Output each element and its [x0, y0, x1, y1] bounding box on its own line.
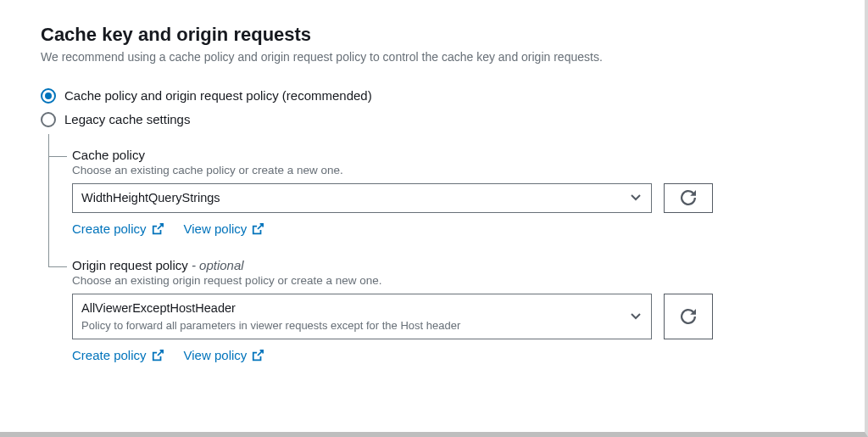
- origin-policy-select-description: Policy to forward all parameters in view…: [81, 318, 620, 333]
- cache-policy-select[interactable]: WidthHeightQueryStrings: [72, 183, 652, 214]
- origin-policy-group: Origin request policy - optional Choose …: [72, 258, 836, 362]
- radio-icon-unchecked: [41, 112, 56, 127]
- cache-policy-title: Cache policy: [72, 148, 836, 162]
- origin-policy-refresh-button[interactable]: [664, 294, 713, 339]
- refresh-icon: [681, 190, 696, 205]
- cache-policy-refresh-button[interactable]: [664, 183, 713, 214]
- origin-policy-create-link[interactable]: Create policy: [72, 348, 164, 362]
- caret-down-icon: [631, 313, 641, 320]
- section-description: We recommend using a cache policy and or…: [41, 49, 836, 66]
- external-link-icon: [152, 223, 164, 235]
- caret-down-icon: [631, 194, 641, 201]
- link-label: View policy: [184, 348, 248, 362]
- external-link-icon: [252, 350, 264, 361]
- cache-policy-select-value: WidthHeightQueryStrings: [81, 190, 620, 207]
- cache-policy-links: Create policy View policy: [72, 221, 836, 236]
- link-label: Create policy: [72, 348, 147, 362]
- radio-legacy[interactable]: Legacy cache settings: [41, 112, 836, 127]
- radio-icon-checked: [41, 88, 56, 104]
- cache-policy-view-link[interactable]: View policy: [184, 221, 264, 236]
- refresh-icon: [681, 309, 696, 324]
- origin-policy-view-link[interactable]: View policy: [184, 348, 264, 362]
- origin-policy-title: Origin request policy - optional: [72, 258, 836, 272]
- cache-policy-description: Choose an existing cache policy or creat…: [72, 164, 836, 176]
- origin-policy-title-base: Origin request policy: [72, 258, 188, 272]
- origin-policy-description: Choose an existing origin request policy…: [72, 274, 836, 287]
- radio-recommended-label: Cache policy and origin request policy (…: [64, 88, 372, 103]
- policy-tree: Cache policy Choose an existing cache po…: [48, 136, 836, 363]
- origin-policy-row: AllViewerExceptHostHeader Policy to forw…: [72, 294, 836, 339]
- origin-policy-select[interactable]: AllViewerExceptHostHeader Policy to forw…: [72, 294, 652, 339]
- cache-key-section: Cache key and origin requests We recomme…: [0, 0, 868, 437]
- radio-legacy-label: Legacy cache settings: [64, 112, 190, 126]
- origin-policy-optional-suffix: - optional: [188, 258, 244, 272]
- section-title: Cache key and origin requests: [41, 24, 836, 46]
- cache-policy-create-link[interactable]: Create policy: [72, 221, 164, 236]
- origin-policy-links: Create policy View policy: [72, 348, 836, 362]
- external-link-icon: [152, 350, 164, 361]
- radio-recommended[interactable]: Cache policy and origin request policy (…: [41, 88, 836, 104]
- external-link-icon: [252, 223, 264, 235]
- link-label: Create policy: [72, 221, 147, 236]
- cache-policy-group: Cache policy Choose an existing cache po…: [72, 148, 836, 237]
- link-label: View policy: [184, 221, 248, 236]
- cache-policy-row: WidthHeightQueryStrings: [72, 183, 836, 214]
- origin-policy-select-value: AllViewerExceptHostHeader: [81, 300, 620, 317]
